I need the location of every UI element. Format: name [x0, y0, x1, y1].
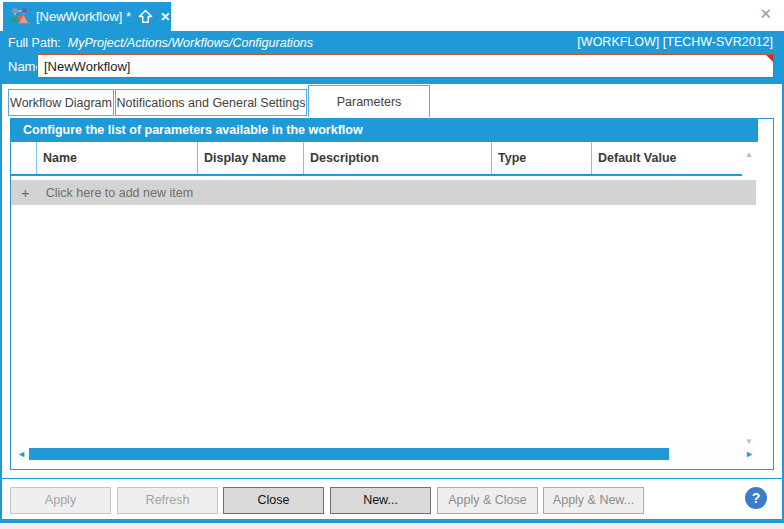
add-icon: + [21, 185, 30, 200]
scroll-right-icon[interactable]: ► [745, 448, 754, 460]
refresh-button[interactable]: Refresh [117, 487, 218, 514]
column-header-default-value[interactable]: Default Value [592, 142, 742, 174]
apply-and-new-button[interactable]: Apply & New... [543, 487, 644, 514]
column-header-type[interactable]: Type [492, 142, 592, 174]
full-path-label: Full Path: [8, 36, 61, 50]
scroll-left-icon[interactable]: ◄ [17, 448, 26, 460]
footer-button-bar: Apply Refresh Close New... Apply & Close… [0, 479, 784, 519]
document-tab-title: [NewWorkflow] * [36, 9, 131, 24]
row-header-column [11, 142, 37, 174]
help-icon[interactable]: ? [745, 487, 767, 509]
new-button[interactable]: New... [330, 487, 431, 514]
column-header-display-name[interactable]: Display Name [198, 142, 304, 174]
parameters-panel: Configure the list of parameters availab… [10, 118, 774, 470]
window-border-shadow [0, 523, 784, 529]
full-path-value: MyProject/Actions/Workflows/Configuratio… [68, 36, 313, 50]
document-tab-bar: [NewWorkflow] * ✕ ✕ [0, 0, 784, 31]
document-tab-newworkflow[interactable]: [NewWorkflow] * ✕ [3, 2, 171, 31]
apply-button[interactable]: Apply [10, 487, 111, 514]
tab-label: Parameters [337, 95, 402, 109]
tab-label: Workflow Diagram [10, 96, 112, 110]
window-close-icon[interactable]: ✕ [759, 6, 772, 21]
add-new-item-label: Click here to add new item [46, 186, 193, 200]
name-input[interactable] [37, 54, 774, 78]
full-path-row: Full Path: MyProject/Actions/Workflows/C… [8, 34, 313, 52]
document-tab-close-icon[interactable]: ✕ [160, 11, 170, 23]
column-header-name[interactable]: Name [37, 142, 198, 174]
panel-caption: Configure the list of parameters availab… [11, 119, 758, 142]
tab-label: Notifications and General Settings [117, 96, 306, 110]
validation-corner-icon [766, 55, 773, 62]
grid-header-row: Name Display Name Description Type Defau… [11, 142, 742, 176]
tab-workflow-diagram[interactable]: Workflow Diagram [8, 89, 114, 116]
name-field-wrap [37, 54, 774, 78]
add-new-item-row[interactable]: + Click here to add new item [11, 180, 756, 205]
promote-arrow-icon[interactable] [138, 9, 153, 24]
scroll-up-icon[interactable]: ▲ [741, 150, 757, 160]
column-header-description[interactable]: Description [304, 142, 492, 174]
grid-empty-area [11, 206, 756, 444]
apply-and-close-button[interactable]: Apply & Close [437, 487, 538, 514]
horizontal-scrollbar-thumb[interactable] [29, 448, 669, 460]
horizontal-scrollbar[interactable]: ◄ ► [12, 446, 757, 462]
workflow-icon [11, 8, 29, 25]
workflow-editor-window: [NewWorkflow] * ✕ ✕ Full Path: MyProject… [0, 0, 784, 529]
tab-notifications-general-settings[interactable]: Notifications and General Settings [115, 89, 307, 116]
close-button[interactable]: Close [223, 487, 324, 514]
tab-parameters[interactable]: Parameters [308, 85, 430, 117]
header-block: Full Path: MyProject/Actions/Workflows/C… [0, 31, 784, 84]
window-border-left [0, 31, 2, 523]
context-info-label: [WORKFLOW] [TECHW-SVR2012] [577, 35, 773, 49]
